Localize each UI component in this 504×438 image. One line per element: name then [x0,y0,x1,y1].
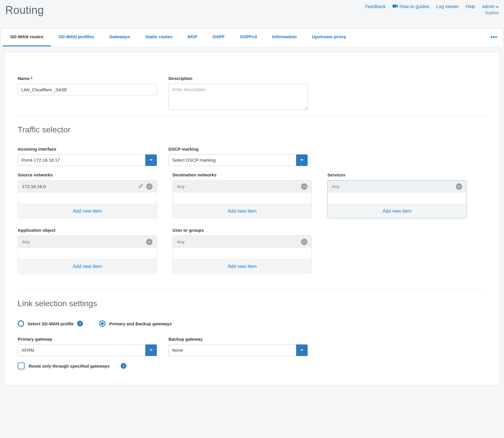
user-groups-label: User or groups [173,228,312,233]
tabs-more-icon[interactable]: ••• [486,34,501,41]
chevron-down-icon [496,4,499,9]
list-item: 172.16.16.0 [18,180,157,193]
backup-gateway-select[interactable]: None [168,344,308,356]
link-selection-title: Link selection settings [18,299,486,308]
tabs-bar: SD-WAN routes SD-WAN profiles Gateways S… [1,28,503,46]
page-title: Routing [5,4,44,17]
add-destination-network-button[interactable]: Add new item [173,204,311,218]
chevron-down-icon[interactable] [145,154,157,166]
info-icon[interactable]: i [121,363,126,369]
chevron-down-icon[interactable] [145,344,157,356]
tab-ospfv3[interactable]: OSPFv3 [232,28,264,46]
incoming-interface-label: Incoming interface [18,147,157,152]
add-app-object-button[interactable]: Add new item [18,259,157,273]
route-only-checkbox[interactable] [18,362,25,369]
name-label: Name * [18,76,157,81]
tab-ospf[interactable]: OSPF [205,28,232,46]
tab-information[interactable]: Information [264,28,304,46]
services-label: Services [327,172,467,177]
incoming-interface-select[interactable]: Port4-172.16.16.17 [18,154,157,166]
info-icon[interactable]: i [77,321,83,326]
tab-upstream-proxy[interactable]: Upstream proxy [304,28,353,46]
howto-link[interactable]: How-to guides [393,4,429,9]
form-panel: Name * Description Traffic selector Inco… [4,52,500,385]
description-input[interactable] [168,84,308,110]
remove-icon[interactable] [146,239,153,245]
list-item: Any [173,236,311,248]
list-item: Any [328,180,466,193]
primary-gateway-select[interactable]: XFRM [18,344,157,356]
app-object-list: Any Add new item [18,236,157,274]
radio-icon [18,320,24,327]
brand-label: Sophos [485,10,499,15]
tab-sdwan-profiles[interactable]: SD-WAN profiles [51,28,102,46]
name-input[interactable] [18,84,157,95]
add-service-button[interactable]: Add new item [328,204,466,218]
description-label: Description [168,76,308,81]
tab-gateways[interactable]: Gateways [102,28,138,46]
add-user-group-button[interactable]: Add new item [173,259,311,273]
radio-icon [99,320,106,327]
route-only-label: Route only through specified gateways [29,364,110,368]
chevron-down-icon[interactable] [296,344,308,356]
remove-icon[interactable] [456,183,462,190]
pencil-icon[interactable] [138,184,143,190]
tab-sdwan-routes[interactable]: SD-WAN routes [3,28,51,46]
add-source-network-button[interactable]: Add new item [18,204,157,218]
remove-icon[interactable] [146,183,153,190]
list-item: Any [18,236,157,248]
tab-bgp[interactable]: BGP [180,28,205,46]
list-item: Any [173,180,311,193]
radio-primary-backup[interactable]: Primary and Backup gateways [99,320,172,327]
backup-gateway-label: Backup gateway [168,337,308,342]
user-groups-list: Any Add new item [173,236,312,274]
admin-menu[interactable]: admin [482,4,499,9]
tab-static-routes[interactable]: Static routes [138,28,180,46]
video-icon [393,4,398,9]
remove-icon[interactable] [301,239,307,245]
primary-gateway-label: Primary gateway [18,337,157,342]
chevron-down-icon[interactable] [296,154,308,166]
services-list: Any Add new item [327,180,467,218]
logviewer-link[interactable]: Log viewer [436,4,458,9]
svg-rect-0 [393,5,396,8]
radio-select-profile[interactable]: Select SD-WAN profile i [18,320,83,327]
destination-networks-list: Any Add new item [173,180,312,218]
destination-networks-label: Destination networks [173,172,312,177]
app-object-label: Application object [18,228,157,233]
remove-icon[interactable] [301,183,307,190]
feedback-link[interactable]: Feedback [365,4,386,9]
traffic-selector-title: Traffic selector [18,125,486,134]
source-networks-list: 172.16.16.0 Add new item [18,180,157,218]
dscp-select[interactable]: Select DSCP marking [168,154,308,166]
source-networks-label: Source networks [18,172,157,177]
help-link[interactable]: Help [466,4,475,9]
dscp-label: DSCP marking [168,147,308,152]
